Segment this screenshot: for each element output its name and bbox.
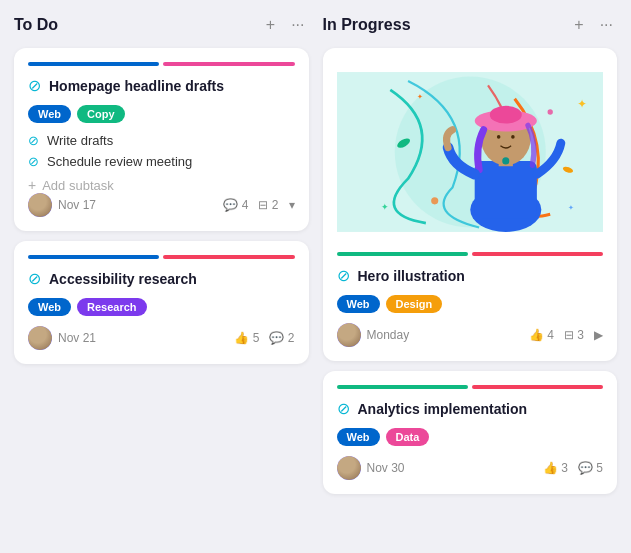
card: ⊘Accessibility researchWebResearchNov 21… xyxy=(14,241,309,364)
tag: Web xyxy=(28,105,71,123)
card-image: ✦ ✦ ✦ ✦ xyxy=(337,62,604,242)
card-date: Nov 21 xyxy=(58,331,96,345)
check-icon: ⊘ xyxy=(337,266,350,285)
stat-item: 💬 5 xyxy=(578,461,603,475)
card-tags: WebData xyxy=(337,428,604,446)
stat-item: ▾ xyxy=(289,198,295,212)
svg-point-17 xyxy=(431,197,438,204)
card-title-row: ⊘Accessibility research xyxy=(28,269,295,288)
tag: Design xyxy=(386,295,443,313)
tag: Web xyxy=(337,428,380,446)
svg-text:✦: ✦ xyxy=(576,97,586,111)
card-tags: WebResearch xyxy=(28,298,295,316)
subtask-text: Schedule review meeting xyxy=(47,154,192,169)
svg-point-18 xyxy=(547,109,552,114)
card-date: Nov 17 xyxy=(58,198,96,212)
add-subtask-label: Add subtask xyxy=(42,178,114,193)
avatar xyxy=(28,193,52,217)
card: ✦ ✦ ✦ ✦ xyxy=(323,48,618,361)
subtask-item: ⊘Schedule review meeting xyxy=(28,154,295,169)
card: ⊘Analytics implementationWebDataNov 30👍 … xyxy=(323,371,618,494)
card-title-row: ⊘Homepage headline drafts xyxy=(28,76,295,95)
svg-rect-7 xyxy=(474,161,536,219)
avatar-date: Monday xyxy=(337,323,410,347)
card-footer: Monday👍 4⊟ 3▶ xyxy=(337,323,604,347)
subtask-item: ⊘Write drafts xyxy=(28,133,295,148)
stat-item: ⊟ 3 xyxy=(564,328,584,342)
check-icon: ⊘ xyxy=(28,269,41,288)
check-icon: ⊘ xyxy=(337,399,350,418)
svg-point-13 xyxy=(511,135,515,139)
card: ⊘Homepage headline draftsWebCopy⊘Write d… xyxy=(14,48,309,231)
subtask-check-icon: ⊘ xyxy=(28,154,39,169)
add-card-button[interactable]: + xyxy=(570,14,587,36)
column-title: To Do xyxy=(14,16,58,34)
column-actions: +··· xyxy=(570,14,617,36)
stat-item: 👍 5 xyxy=(234,331,259,345)
avatar-date: Nov 17 xyxy=(28,193,96,217)
avatar xyxy=(28,326,52,350)
accent-bar xyxy=(28,62,295,66)
card-footer: Nov 17💬 4⊟ 2▾ xyxy=(28,193,295,217)
card-title: Hero illustration xyxy=(358,268,465,284)
subtask-check-icon: ⊘ xyxy=(28,133,39,148)
tag: Web xyxy=(337,295,380,313)
subtask-text: Write drafts xyxy=(47,133,113,148)
plus-icon: + xyxy=(28,177,36,193)
stat-item: ▶ xyxy=(594,328,603,342)
svg-point-14 xyxy=(502,157,509,164)
card-stats: 👍 4⊟ 3▶ xyxy=(529,328,603,342)
avatar xyxy=(337,456,361,480)
column-inprogress: In Progress+··· ✦ ✦ ✦ ✦ xyxy=(323,14,618,539)
card-stats: 👍 3💬 5 xyxy=(543,461,603,475)
accent-bar xyxy=(337,252,604,256)
add-card-button[interactable]: + xyxy=(262,14,279,36)
card-date: Nov 30 xyxy=(367,461,405,475)
card-title-row: ⊘Analytics implementation xyxy=(337,399,604,418)
svg-point-11 xyxy=(489,106,521,124)
tag: Web xyxy=(28,298,71,316)
stat-item: 👍 3 xyxy=(543,461,568,475)
stat-item: 💬 2 xyxy=(269,331,294,345)
column-header: In Progress+··· xyxy=(323,14,618,36)
avatar-date: Nov 21 xyxy=(28,326,96,350)
add-subtask-button[interactable]: + Add subtask xyxy=(28,177,114,193)
avatar-date: Nov 30 xyxy=(337,456,405,480)
card-stats: 👍 5💬 2 xyxy=(234,331,294,345)
more-options-button[interactable]: ··· xyxy=(287,14,308,36)
column-actions: +··· xyxy=(262,14,309,36)
stat-item: 💬 4 xyxy=(223,198,248,212)
column-todo: To Do+···⊘Homepage headline draftsWebCop… xyxy=(14,14,309,539)
column-header: To Do+··· xyxy=(14,14,309,36)
tag: Copy xyxy=(77,105,125,123)
accent-bar xyxy=(28,255,295,259)
card-tags: WebCopy xyxy=(28,105,295,123)
svg-text:✦: ✦ xyxy=(381,202,389,212)
card-title: Homepage headline drafts xyxy=(49,78,224,94)
card-date: Monday xyxy=(367,328,410,342)
accent-bar xyxy=(337,385,604,389)
avatar xyxy=(337,323,361,347)
column-title: In Progress xyxy=(323,16,411,34)
card-title: Analytics implementation xyxy=(358,401,528,417)
subtask-list: ⊘Write drafts⊘Schedule review meeting xyxy=(28,133,295,169)
card-stats: 💬 4⊟ 2▾ xyxy=(223,198,294,212)
card-footer: Nov 21👍 5💬 2 xyxy=(28,326,295,350)
card-title: Accessibility research xyxy=(49,271,197,287)
card-tags: WebDesign xyxy=(337,295,604,313)
card-title-row: ⊘Hero illustration xyxy=(337,266,604,285)
stat-item: 👍 4 xyxy=(529,328,554,342)
tag: Research xyxy=(77,298,147,316)
svg-point-12 xyxy=(496,135,500,139)
stat-item: ⊟ 2 xyxy=(258,198,278,212)
svg-text:✦: ✦ xyxy=(416,93,422,101)
card-footer: Nov 30👍 3💬 5 xyxy=(337,456,604,480)
check-icon: ⊘ xyxy=(28,76,41,95)
tag: Data xyxy=(386,428,430,446)
svg-text:✦: ✦ xyxy=(567,204,573,212)
more-options-button[interactable]: ··· xyxy=(596,14,617,36)
